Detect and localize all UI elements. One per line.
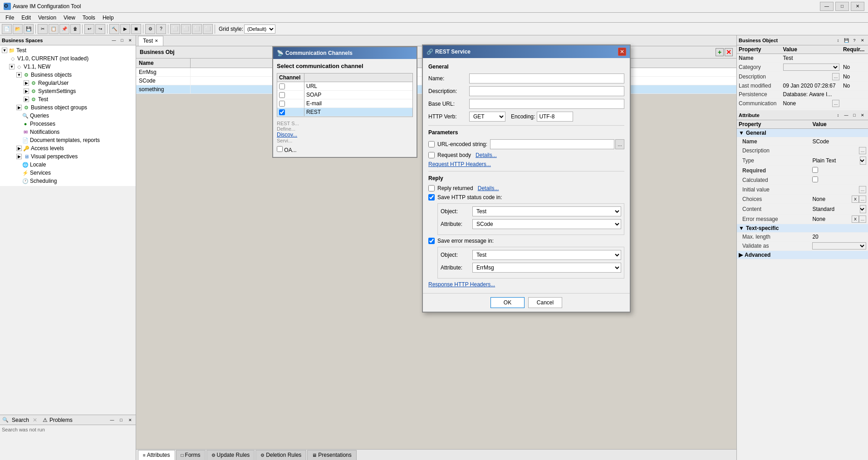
channel-row-url[interactable]: URL — [277, 82, 412, 91]
comm-oauth-checkbox[interactable] — [277, 146, 283, 152]
attr-content-row[interactable]: Content Standard ▼ — [737, 204, 868, 215]
error-attribute-select[interactable]: ErrMsg — [472, 263, 621, 273]
toolbar-build[interactable]: 🔨 — [109, 24, 119, 34]
tree-item-regularuser[interactable]: ▶ ⚙ RegularUser — [1, 79, 135, 87]
channel-checkbox-email[interactable] — [279, 101, 285, 107]
communication-edit-btn[interactable]: … — [832, 100, 839, 107]
http-attribute-select[interactable]: SCode — [472, 219, 621, 229]
toolbar-cut[interactable]: ✂ — [38, 24, 48, 34]
tree-item-test-obj[interactable]: ▶ ⚙ Test — [1, 95, 135, 103]
tree-item-systemsettings[interactable]: ▶ ⚙ SystemSettings — [1, 87, 135, 95]
toolbar-extra3[interactable]: ⬜ — [192, 24, 202, 34]
tree-toggle-ru[interactable]: ▶ — [24, 80, 29, 86]
channel-check-soap[interactable] — [277, 91, 304, 99]
menu-file[interactable]: File — [2, 14, 18, 22]
toolbar-save[interactable]: 💾 — [24, 24, 34, 34]
attr-description-btn[interactable]: … — [859, 147, 866, 154]
http-verb-select[interactable]: GET POST PUT DELETE PATCH — [469, 112, 505, 122]
app-close-button[interactable]: ✕ — [851, 2, 864, 11]
toolbar-stop[interactable]: ⏹ — [131, 24, 141, 34]
toolbar-extra1[interactable]: ⬜ — [170, 24, 180, 34]
bo-save-btn[interactable]: 💾 — [843, 37, 850, 44]
menu-help[interactable]: Help — [99, 14, 118, 22]
channel-row-soap[interactable]: SOAP — [277, 91, 412, 99]
attr-error-edit-btn[interactable]: … — [859, 215, 866, 223]
attr-required-checkbox[interactable] — [812, 167, 818, 173]
test-tab-close[interactable]: ✕ — [155, 39, 158, 43]
toolbar-delete[interactable]: 🗑 — [70, 24, 80, 34]
prop-name-row[interactable]: Name Test — [737, 54, 868, 63]
tree-item-processes[interactable]: ● Processes — [1, 120, 135, 128]
bs-collapse-btn[interactable]: — — [110, 37, 118, 44]
tree-item-scheduling[interactable]: 🕐 Scheduling — [1, 177, 135, 185]
bo-delete-button[interactable]: ✕ — [725, 48, 733, 56]
tree-item-doctemplates[interactable]: 📄 Document templates, reports — [1, 136, 135, 144]
attr-sort-btn[interactable]: ↕ — [834, 112, 842, 119]
rest-dialog-close-button[interactable]: ✕ — [618, 48, 626, 56]
description-input[interactable] — [469, 86, 624, 96]
save-http-checkbox[interactable] — [428, 194, 435, 201]
deletion-rules-tab[interactable]: ⚙ Deletion Rules — [255, 450, 306, 460]
search-maximize-btn[interactable]: □ — [118, 416, 125, 424]
description-edit-btn[interactable]: … — [832, 73, 839, 80]
attr-advanced-collapse[interactable]: ▶ — [739, 252, 743, 258]
http-object-select[interactable]: Test — [472, 206, 621, 216]
tree-item-v10[interactable]: ◇ V1.0, CURRENT (not loaded) — [1, 54, 135, 63]
attr-choices-x-btn[interactable]: X — [852, 196, 859, 203]
base-url-input[interactable] — [469, 99, 624, 109]
tree-toggle-visual[interactable]: ▶ — [16, 154, 22, 159]
reply-details-link[interactable]: Details... — [478, 185, 499, 191]
tree-item-bo-group[interactable]: ▼ ⚙ Business objects — [1, 71, 135, 79]
name-input[interactable] — [469, 73, 624, 83]
toolbar-extra4[interactable]: ⬜ — [203, 24, 213, 34]
maximize-button[interactable]: □ — [835, 2, 849, 11]
attr-validateas-row[interactable]: Validate as — [737, 241, 868, 251]
prop-category-row[interactable]: Category No — [737, 63, 868, 72]
attr-minimize-btn[interactable]: — — [843, 112, 850, 119]
toolbar-new[interactable]: 📄 — [2, 24, 12, 34]
attr-error-x-btn[interactable]: X — [852, 215, 859, 223]
bo-help-btn[interactable]: ? — [851, 37, 858, 44]
search-minimize-btn[interactable]: — — [108, 416, 116, 424]
attr-validateas-select[interactable] — [812, 242, 866, 250]
channel-check-url[interactable] — [277, 82, 304, 90]
attr-choices-edit-btn[interactable]: … — [859, 196, 866, 203]
channel-row-email[interactable]: E-mail — [277, 99, 412, 108]
prop-description-row[interactable]: Description … No — [737, 72, 868, 82]
attr-maxlength-row[interactable]: Max. length 20 — [737, 233, 868, 241]
menu-edit[interactable]: Edit — [18, 14, 34, 22]
encoding-input[interactable] — [537, 112, 573, 122]
toolbar-open[interactable]: 📂 — [13, 24, 23, 34]
category-select[interactable] — [783, 64, 839, 71]
menu-tools[interactable]: Tools — [79, 14, 99, 22]
menu-view[interactable]: View — [60, 14, 79, 22]
reply-returned-checkbox[interactable] — [428, 185, 435, 191]
channel-check-email[interactable] — [277, 99, 304, 108]
update-rules-tab[interactable]: ⚙ Update Rules — [206, 450, 255, 460]
tree-item-queries[interactable]: 🔍 Queries — [1, 112, 135, 120]
discover-link[interactable]: Discov... — [277, 132, 297, 138]
channel-checkbox-soap[interactable] — [279, 92, 285, 98]
bs-maximize-btn[interactable]: □ — [118, 37, 126, 44]
url-encoded-checkbox[interactable] — [428, 141, 435, 147]
error-object-select[interactable]: Test — [472, 250, 621, 260]
prop-communication-row[interactable]: Communication None … — [737, 99, 868, 108]
minimize-button[interactable]: — — [820, 2, 834, 11]
toolbar-run[interactable]: ▶ — [120, 24, 130, 34]
forms-tab[interactable]: □ Forms — [176, 450, 206, 460]
attr-description-row[interactable]: Description … — [737, 146, 868, 156]
tree-item-access[interactable]: ▶ 🔑 Access levels — [1, 144, 135, 152]
tree-item-services[interactable]: ⚡ Services — [1, 169, 135, 177]
toolbar-help[interactable]: ? — [156, 24, 166, 34]
toolbar-paste[interactable]: 📌 — [59, 24, 69, 34]
tree-toggle-access[interactable]: ▶ — [16, 146, 22, 151]
toolbar-extra2[interactable]: ⬜ — [181, 24, 191, 34]
attr-textspecific-collapse[interactable]: ▼ — [739, 225, 744, 231]
attr-general-collapse[interactable]: ▼ — [739, 130, 744, 136]
presentations-tab[interactable]: 🖥 Presentations — [307, 450, 356, 460]
toolbar-undo[interactable]: ↩ — [84, 24, 94, 34]
attr-initial-btn[interactable]: … — [859, 186, 866, 193]
attr-initial-row[interactable]: Initial value … — [737, 185, 868, 195]
request-body-details-link[interactable]: Details... — [476, 152, 497, 158]
attr-maximize-btn[interactable]: □ — [851, 112, 858, 119]
